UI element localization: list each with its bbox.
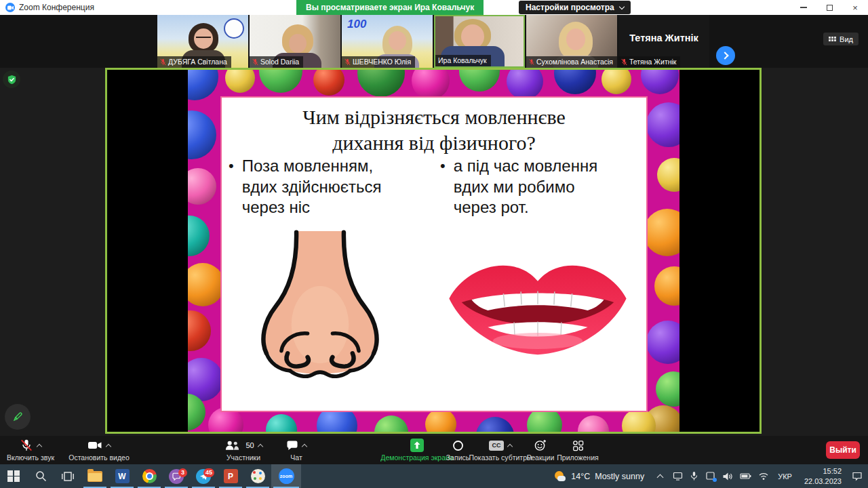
participant-label: ДУБЯГА Світлана [157, 56, 231, 68]
decor-ball [188, 310, 211, 351]
decor-ball [188, 216, 210, 256]
chat-button[interactable]: Чат [277, 436, 316, 464]
powerpoint-icon: P [224, 469, 238, 483]
participants-video-strip: ДУБЯГА Світлана Solod Dariia 100 ШЕВЧЕНК… [0, 15, 868, 68]
video-tile-kovalchuk[interactable]: Ира Ковальчук [434, 15, 525, 68]
viber-badge: 3 [178, 468, 187, 477]
viber-icon: 3 [169, 469, 184, 484]
taskbar-telegram[interactable]: 45 [190, 464, 217, 488]
app-tray-icon[interactable] [705, 471, 715, 481]
taskbar-powerpoint[interactable]: P [217, 464, 244, 488]
status-dot [713, 478, 717, 482]
participant-label: ШЕВЧЕНКО Юлія [342, 56, 415, 68]
language-indicator[interactable]: УКР [778, 472, 792, 481]
captions-label: Показать субтитры [469, 453, 532, 462]
video-tile-solod[interactable]: Solod Dariia [250, 15, 340, 68]
hundred-logo: 100 [347, 18, 366, 31]
windows-taskbar: W 3 45 P [0, 464, 868, 488]
avatar-face [389, 31, 406, 50]
participant-label: Solod Dariia [250, 56, 303, 68]
video-tile-sukhomlinova[interactable]: Сухомлінова Анастасія [526, 15, 617, 68]
decor-ball [188, 168, 216, 205]
chevron-up-icon[interactable] [302, 443, 307, 449]
decor-ball [578, 415, 609, 432]
security-shield-button[interactable] [3, 70, 20, 88]
decor-ball [188, 110, 216, 159]
video-tile-shevchenko[interactable]: 100 ШЕВЧЕНКО Юлія [342, 15, 433, 68]
slide-title: Чим відрізняється мовленнєве дихання від… [222, 104, 646, 157]
mic-muted-icon [344, 58, 351, 66]
file-explorer-icon [87, 471, 102, 482]
decor-ball [554, 70, 596, 94]
decor-ball [225, 70, 255, 93]
pencil-icon [12, 411, 24, 423]
taskbar-file-explorer[interactable] [81, 464, 108, 488]
taskbar-word[interactable]: W [108, 464, 136, 488]
grid-icon [829, 37, 836, 41]
taskbar-zoom-active[interactable]: zoom [271, 464, 301, 488]
reactions-button[interactable]: Реакции [524, 436, 557, 464]
stop-video-button[interactable]: Остановить видео [61, 436, 137, 464]
participants-button[interactable]: 50 Участники [214, 436, 273, 464]
weather-temp: 14°C [571, 472, 590, 481]
zoom-meeting-window: Zoom Конференция Вы просматриваете экран… [0, 0, 868, 488]
decor-ball [357, 70, 405, 97]
mic-tray-icon[interactable] [690, 471, 698, 481]
mic-muted-icon [529, 58, 534, 66]
minimize-button[interactable] [791, 0, 816, 15]
captions-button[interactable]: CC Показать субтитры [473, 436, 528, 464]
chevron-up-icon[interactable] [37, 443, 42, 449]
chat-label: Чат [290, 453, 302, 462]
battery-tray-icon[interactable] [740, 472, 751, 481]
nose-illustration [258, 228, 382, 390]
taskbar-chrome[interactable] [136, 464, 163, 488]
decor-ball [646, 102, 679, 147]
decor-ball [188, 263, 224, 306]
hidden-icons-chevron[interactable] [657, 474, 664, 481]
chevron-up-icon[interactable] [507, 443, 513, 449]
video-tile-dubyaga[interactable]: ДУБЯГА Світлана [157, 15, 248, 68]
telegram-badge: 45 [203, 468, 214, 477]
taskbar-clock[interactable]: 15:52 22.03.2023 [804, 466, 842, 486]
start-button[interactable] [0, 464, 27, 488]
bullet-left-text: Поза мовленням, вдих здійснюється через … [242, 156, 382, 218]
search-button[interactable] [27, 464, 54, 488]
mic-muted-icon [621, 58, 627, 66]
chevron-up-icon[interactable] [257, 443, 262, 449]
next-participants-button[interactable] [716, 46, 735, 65]
presentation-slide: Чим відрізняється мовленнєве дихання від… [188, 70, 679, 432]
video-tile-zhytnik[interactable]: Тетяна Житнік Тетяна Житнік [618, 15, 709, 68]
leave-meeting-button[interactable]: Выйти [826, 441, 860, 459]
chevron-down-icon [618, 3, 624, 9]
record-label: Запись [446, 453, 469, 462]
task-view-button[interactable] [54, 464, 81, 488]
close-button[interactable]: × [842, 0, 868, 15]
window-controls: × [791, 0, 868, 15]
decor-ball [656, 371, 679, 407]
decor-ball [641, 70, 679, 94]
bullet-left: • Поза мовленням, вдих здійснюється чере… [229, 156, 418, 218]
close-icon: × [852, 3, 858, 13]
apps-icon [572, 440, 584, 451]
minimize-icon [800, 7, 807, 8]
participant-name: Ира Ковальчук [438, 56, 487, 64]
mic-muted-icon [252, 58, 258, 66]
decor-ball [412, 70, 450, 100]
monitor-tray-icon[interactable] [673, 471, 683, 481]
unmute-button[interactable]: Включить звук [1, 436, 60, 464]
apps-button[interactable]: Приложения [557, 436, 598, 464]
taskbar-weather[interactable]: 14°C Mostly sunny [554, 470, 644, 483]
maximize-button[interactable] [816, 0, 842, 15]
action-center-icon[interactable] [852, 471, 863, 481]
chevron-up-icon[interactable] [106, 443, 111, 449]
bullet-marker: • [440, 156, 446, 218]
taskbar-paint[interactable] [244, 464, 271, 488]
taskbar-viber[interactable]: 3 [163, 464, 190, 488]
shield-check-icon [7, 75, 17, 85]
decor-ball [259, 70, 302, 93]
annotate-button[interactable] [5, 404, 31, 430]
wifi-tray-icon[interactable] [758, 472, 769, 481]
view-settings-button[interactable]: Настройки просмотра [519, 1, 631, 14]
view-layout-button[interactable]: Вид [823, 33, 859, 45]
volume-tray-icon[interactable] [722, 472, 733, 481]
